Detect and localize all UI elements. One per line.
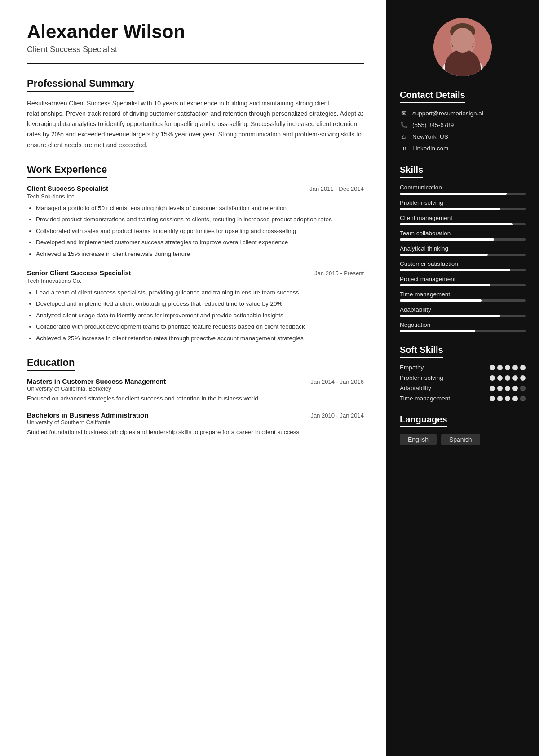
dot (505, 396, 510, 401)
dot (512, 396, 518, 401)
contact-location: NewYork, US (412, 133, 448, 140)
skill-bar-bg (400, 315, 526, 317)
skill-name: Negotiation (400, 321, 526, 328)
svg-point-1 (442, 56, 483, 76)
soft-skill-item: Empathy (400, 364, 526, 371)
work-title-2: Senior Client Success Specialist (27, 269, 131, 277)
bullet-2-4: Collaborated with product development te… (36, 322, 364, 332)
skill-item: Team collaboration (400, 230, 526, 241)
dot (512, 375, 518, 381)
work-header-2: Senior Client Success Specialist Jan 201… (27, 269, 364, 277)
bullet-2-2: Developed and implemented a client onboa… (36, 299, 364, 309)
skill-item: Customer satisfaction (400, 260, 526, 271)
edu-header-1: Masters in Customer Success Management J… (27, 378, 364, 385)
skill-item: Analytical thinking (400, 245, 526, 256)
language-tag: English (400, 434, 437, 445)
contact-linkedin: LinkedIn.com (412, 145, 448, 152)
skill-bar-bg (400, 269, 526, 271)
skill-name: Communication (400, 184, 526, 191)
contact-email: support@resumedesign.ai (412, 110, 483, 117)
language-tag: Spanish (441, 434, 480, 445)
contact-location-item: ⌂ NewYork, US (400, 132, 526, 141)
dot (490, 365, 495, 370)
dot (512, 386, 518, 391)
linkedin-icon: in (400, 144, 408, 152)
svg-point-8 (455, 48, 471, 57)
education-section: Education Masters in Customer Success Ma… (27, 357, 364, 437)
skill-item: Client management (400, 215, 526, 225)
bullet-2-1: Lead a team of client success specialist… (36, 288, 364, 298)
skill-name: Time management (400, 291, 526, 298)
dots-container (490, 386, 526, 391)
skill-name: Project management (400, 276, 526, 282)
svg-point-3 (450, 28, 475, 57)
work-header-1: Client Success Specialist Jan 2011 - Dec… (27, 185, 364, 192)
work-title-1: Client Success Specialist (27, 185, 108, 192)
skill-bar-bg (400, 223, 526, 225)
edu-desc-1: Focused on advanced strategies for clien… (27, 394, 364, 404)
svg-point-4 (450, 23, 475, 40)
dot (505, 365, 510, 370)
bullet-1-4: Developed and implemented customer succe… (36, 237, 364, 247)
skill-item: Problem-solving (400, 199, 526, 210)
dot (497, 396, 503, 401)
dots-container (490, 365, 526, 370)
dot (490, 396, 495, 401)
skill-name: Team collaboration (400, 230, 526, 237)
skill-name: Customer satisfaction (400, 260, 526, 267)
soft-skill-name: Problem-solving (400, 374, 443, 381)
skill-item: Adaptability (400, 306, 526, 317)
dot (505, 375, 510, 381)
skill-bar-fill (400, 299, 482, 302)
dot (497, 386, 503, 391)
dot (520, 386, 526, 391)
soft-skills-list: EmpathyProblem-solvingAdaptabilityTime m… (400, 364, 526, 402)
candidate-name: Alexander Wilson (27, 22, 364, 42)
work-company-1: Tech Solutions Inc. (27, 193, 364, 200)
soft-skills-section: Soft Skills EmpathyProblem-solvingAdapta… (400, 345, 526, 402)
soft-skill-item: Time management (400, 395, 526, 402)
skill-item: Time management (400, 291, 526, 302)
skill-bar-fill (400, 223, 513, 225)
soft-skills-section-title: Soft Skills (400, 345, 443, 358)
candidate-title: Client Success Specialist (27, 45, 364, 54)
skill-bar-fill (400, 193, 507, 195)
skill-name: Adaptability (400, 306, 526, 313)
contact-section-title: Contact Details (400, 90, 465, 103)
summary-title: Professional Summary (27, 78, 134, 92)
skill-bar-fill (400, 284, 490, 286)
edu-date-1: Jan 2014 - Jan 2016 (310, 378, 364, 385)
languages-section: Languages EnglishSpanish (400, 414, 526, 445)
dot (520, 365, 526, 370)
skill-item: Negotiation (400, 321, 526, 332)
dot (520, 375, 526, 381)
skill-name: Client management (400, 215, 526, 221)
dots-container (490, 375, 526, 381)
bullet-1-1: Managed a portfolio of 50+ clients, ensu… (36, 203, 364, 213)
right-column: Contact Details ✉ support@resumedesign.a… (386, 0, 539, 756)
work-company-2: Tech Innovations Co. (27, 277, 364, 284)
dot (497, 375, 503, 381)
skill-item: Communication (400, 184, 526, 195)
dot (505, 386, 510, 391)
skill-bar-fill (400, 238, 494, 241)
skill-bar-bg (400, 254, 526, 256)
work-entry-1: Client Success Specialist Jan 2011 - Dec… (27, 185, 364, 259)
bullet-1-3: Collaborated with sales and product team… (36, 226, 364, 236)
bullet-2-5: Achieved a 25% increase in client retent… (36, 334, 364, 343)
edu-entry-2: Bachelors in Business Administration Jan… (27, 411, 364, 437)
contact-phone: (555) 345-6789 (412, 122, 454, 128)
edu-degree-1: Masters in Customer Success Management (27, 378, 166, 385)
summary-section: Professional Summary Results-driven Clie… (27, 78, 364, 150)
work-bullets-2: Lead a team of client success specialist… (27, 288, 364, 343)
skill-bar-bg (400, 299, 526, 302)
edu-school-1: University of California, Berkeley (27, 385, 364, 392)
skill-bar-bg (400, 330, 526, 332)
location-icon: ⌂ (400, 132, 408, 141)
contact-linkedin-item: in LinkedIn.com (400, 144, 526, 152)
dot (512, 365, 518, 370)
soft-skill-name: Time management (400, 395, 450, 402)
dot (490, 386, 495, 391)
avatar-svg (433, 18, 492, 76)
work-date-2: Jan 2015 - Present (314, 270, 364, 277)
